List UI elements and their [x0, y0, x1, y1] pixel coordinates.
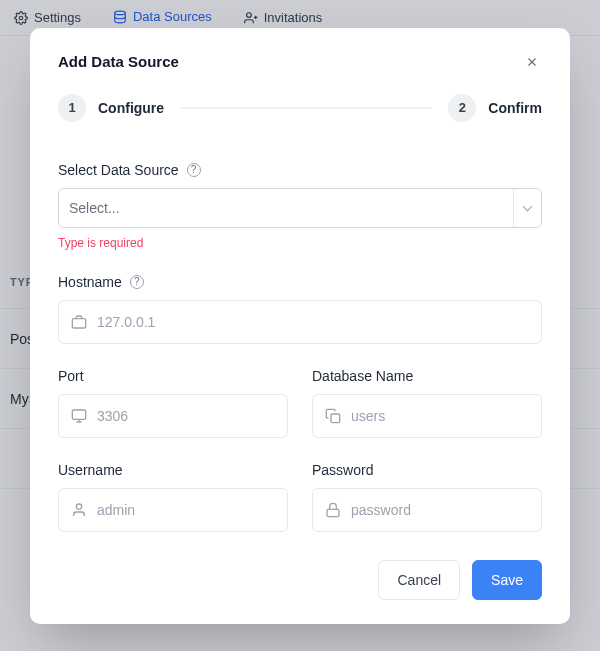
step-configure[interactable]: 1 Configure — [58, 94, 164, 122]
step-confirm[interactable]: 2 Confirm — [448, 94, 542, 122]
step-label: Confirm — [488, 100, 542, 116]
close-icon — [525, 55, 539, 69]
data-source-select[interactable]: Select... — [58, 188, 542, 228]
step-number: 1 — [58, 94, 86, 122]
cancel-button[interactable]: Cancel — [378, 560, 460, 600]
dbname-label: Database Name — [312, 368, 413, 384]
svg-rect-7 — [72, 318, 85, 327]
copy-icon — [325, 408, 341, 424]
username-input[interactable] — [97, 502, 275, 518]
port-label: Port — [58, 368, 84, 384]
password-label: Password — [312, 462, 373, 478]
step-number: 2 — [448, 94, 476, 122]
help-icon[interactable]: ? — [187, 163, 201, 177]
briefcase-icon — [71, 314, 87, 330]
step-label: Configure — [98, 100, 164, 116]
close-button[interactable] — [522, 52, 542, 72]
hostname-label: Hostname — [58, 274, 122, 290]
help-icon[interactable]: ? — [130, 275, 144, 289]
dbname-input[interactable] — [351, 408, 529, 424]
save-button[interactable]: Save — [472, 560, 542, 600]
select-placeholder: Select... — [69, 200, 120, 216]
password-input[interactable] — [351, 502, 529, 518]
modal-title: Add Data Source — [58, 53, 179, 70]
modal-overlay: Add Data Source 1 Configure 2 Confirm Se… — [0, 0, 600, 651]
username-label: Username — [58, 462, 123, 478]
chevron-down-icon — [513, 189, 531, 227]
port-input[interactable] — [97, 408, 275, 424]
stepper: 1 Configure 2 Confirm — [58, 94, 542, 122]
select-data-source-label: Select Data Source — [58, 162, 179, 178]
step-connector — [180, 107, 432, 109]
hostname-input[interactable] — [97, 314, 529, 330]
svg-rect-13 — [327, 509, 339, 516]
svg-rect-11 — [331, 414, 340, 423]
add-data-source-modal: Add Data Source 1 Configure 2 Confirm Se… — [30, 28, 570, 624]
svg-rect-8 — [72, 410, 85, 419]
monitor-icon — [71, 408, 87, 424]
svg-point-12 — [76, 504, 81, 509]
lock-icon — [325, 502, 341, 518]
select-error-message: Type is required — [58, 236, 542, 250]
user-icon — [71, 502, 87, 518]
